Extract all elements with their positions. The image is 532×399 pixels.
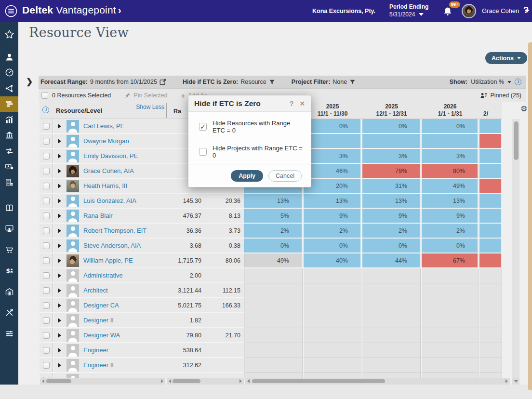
utilization-cell[interactable]: 67% — [422, 253, 479, 267]
resource-name-link[interactable]: Administrative — [83, 272, 123, 279]
row-checkbox[interactable] — [43, 287, 50, 294]
utilization-cell[interactable] — [244, 298, 303, 313]
utilization-cell[interactable] — [304, 298, 361, 313]
resource-name-link[interactable]: Emily Davisson, PE — [83, 152, 138, 160]
resource-name-link[interactable]: Luis Gonzalez, AIA — [83, 197, 136, 204]
expand-panel-chevron[interactable]: ❯ — [26, 77, 33, 87]
utilization-cell[interactable]: 13% — [304, 194, 361, 208]
expand-caret-icon[interactable] — [58, 199, 61, 203]
sidebar-item-cash[interactable] — [0, 159, 18, 175]
row-checkbox[interactable] — [43, 153, 50, 160]
expand-caret-icon[interactable] — [58, 184, 61, 188]
utilization-cell[interactable] — [479, 373, 502, 378]
utilization-cell[interactable] — [304, 134, 361, 148]
utilization-cell[interactable] — [362, 373, 421, 378]
hide-resources-option[interactable]: Hide Resources with Range ETC = 0 — [199, 120, 304, 134]
sidebar-item-gantt[interactable] — [0, 96, 18, 112]
utilization-cell[interactable] — [479, 253, 502, 267]
collapsed-right-panel-edge[interactable] — [528, 42, 532, 390]
row-checkbox[interactable] — [43, 257, 50, 264]
utilization-cell[interactable]: 0% — [422, 119, 479, 133]
expand-caret-icon[interactable] — [58, 273, 61, 278]
close-icon[interactable]: ✕ — [299, 100, 305, 107]
row-checkbox[interactable] — [43, 227, 50, 234]
resource-name-link[interactable]: Engineer II — [83, 361, 114, 369]
utilization-cell[interactable] — [422, 268, 479, 283]
scrollbar-thumb[interactable] — [173, 379, 200, 383]
utilization-cell[interactable]: 0% — [244, 239, 303, 253]
info-icon[interactable] — [42, 106, 49, 113]
utilization-cell[interactable]: 2% — [362, 224, 421, 238]
sidebar-item-training[interactable] — [0, 218, 18, 239]
resource-name-link[interactable]: Grace Cohen, AIA — [83, 167, 134, 174]
row-checkbox[interactable] — [43, 302, 50, 309]
row-checkbox[interactable] — [43, 242, 50, 249]
utilization-cell[interactable] — [362, 298, 421, 313]
expand-caret-icon[interactable] — [58, 154, 61, 159]
sidebar-item-transfer-arrows[interactable] — [0, 143, 18, 159]
row-checkbox[interactable] — [43, 213, 50, 219]
resource-name-link[interactable]: Heath Harris, III — [83, 182, 127, 189]
info-icon[interactable] — [515, 79, 521, 85]
sidebar-item-tools[interactable] — [0, 302, 18, 323]
utilization-cell[interactable] — [422, 134, 479, 148]
utilization-cell[interactable] — [479, 298, 502, 313]
month-header[interactable]: 202511/1 - 11/30 — [304, 103, 361, 118]
utilization-cell[interactable] — [304, 268, 361, 283]
pin-selected-button[interactable]: Pin Selected — [124, 92, 167, 99]
sidebar-item-payroll[interactable]: $ — [0, 260, 18, 281]
utilization-cell[interactable]: 13% — [244, 194, 303, 208]
scroll-left-icon[interactable] — [42, 379, 44, 383]
forecast-range-filter[interactable]: Forecast Range: 9 months from 10/1/2025 — [40, 79, 166, 85]
utilization-cell[interactable]: 5% — [244, 209, 303, 223]
utilization-cell[interactable]: 0% — [362, 119, 421, 133]
expand-caret-icon[interactable] — [58, 258, 61, 263]
utilization-cell[interactable] — [479, 179, 502, 193]
utilization-cell[interactable] — [422, 298, 479, 313]
utilization-cell[interactable] — [304, 358, 361, 373]
resource-name-link[interactable]: Robert Thompson, EIT — [83, 227, 146, 234]
sidebar-item-hub[interactable] — [0, 80, 18, 96]
expand-caret-icon[interactable] — [58, 169, 61, 173]
resource-name-link[interactable]: Dwayne Morgan — [83, 137, 129, 145]
row-checkbox[interactable] — [43, 272, 50, 279]
utilization-cell[interactable] — [244, 283, 303, 298]
utilization-cell[interactable] — [362, 328, 421, 343]
show-less-link[interactable]: Show Less — [134, 104, 164, 110]
utilization-cell[interactable] — [422, 328, 479, 343]
scroll-down-button[interactable] — [512, 378, 519, 385]
hscrollbar-month-columns[interactable] — [245, 378, 510, 385]
utilization-cell[interactable]: 2% — [304, 224, 361, 238]
project-filter[interactable]: Project Filter: None — [292, 79, 356, 85]
utilization-cell[interactable] — [422, 358, 479, 373]
row-checkbox[interactable] — [43, 317, 50, 324]
utilization-cell[interactable]: 13% — [422, 194, 479, 208]
show-selector[interactable]: Show: Utilization % — [450, 79, 521, 85]
user-menu[interactable]: Grace Cohen — [482, 7, 530, 14]
utilization-cell[interactable]: 44% — [362, 253, 421, 267]
utilization-cell[interactable] — [244, 268, 303, 283]
utilization-cell[interactable] — [479, 164, 502, 178]
utilization-cell[interactable] — [244, 358, 303, 373]
row-checkbox[interactable] — [43, 198, 50, 204]
sidebar-item-cart[interactable] — [0, 239, 18, 261]
utilization-cell[interactable] — [479, 358, 502, 373]
utilization-cell[interactable]: 0% — [422, 239, 479, 253]
expand-caret-icon[interactable] — [58, 318, 61, 323]
row-checkbox[interactable] — [43, 332, 50, 339]
utilization-cell[interactable] — [304, 283, 361, 298]
utilization-cell[interactable] — [244, 313, 303, 328]
resource-name-link[interactable]: Designer WA — [83, 332, 120, 339]
utilization-cell[interactable]: 0% — [362, 239, 421, 253]
row-checkbox[interactable] — [43, 123, 50, 130]
resource-name-link[interactable]: Steve Anderson, AIA — [83, 242, 141, 249]
resource-name-link[interactable]: Carl Lewis, PE — [83, 122, 124, 130]
utilization-cell[interactable] — [479, 328, 502, 343]
utilization-cell[interactable] — [422, 283, 479, 298]
utilization-cell[interactable]: 3% — [304, 149, 361, 163]
hide-resources-checkbox[interactable] — [199, 123, 207, 131]
utilization-cell[interactable]: 13% — [362, 194, 421, 208]
sidebar-item-sliders[interactable] — [0, 323, 18, 345]
utilization-cell[interactable] — [244, 373, 303, 378]
utilization-cell[interactable]: 2% — [244, 224, 303, 238]
